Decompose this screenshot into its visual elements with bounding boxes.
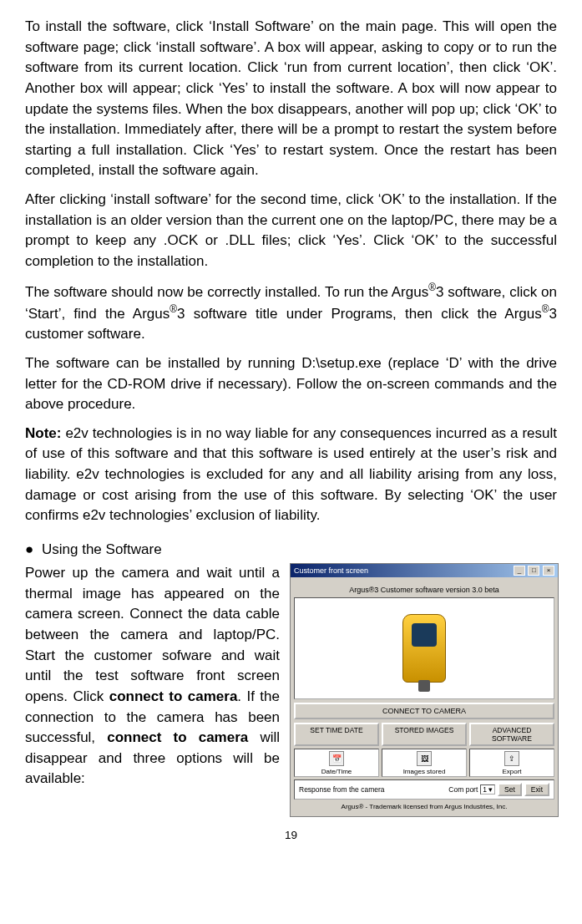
date-time-cell: 📅 Date/Time — [294, 749, 379, 777]
chevron-down-icon: ▾ — [488, 785, 493, 794]
comport-select[interactable]: 1▾ — [480, 784, 495, 795]
maximize-icon[interactable]: □ — [528, 566, 539, 576]
note-label: Note: — [25, 425, 61, 441]
app-title: Argus®3 Customer software version 3.0 be… — [294, 581, 554, 597]
trademark-line: Argus® - Trademark licensed from Argus I… — [294, 801, 554, 813]
window-titlebar: Customer front screen _ □ × — [291, 564, 558, 577]
embedded-screenshot: Customer front screen _ □ × Argus®3 Cust… — [290, 563, 559, 817]
stored-images-button[interactable]: STORED IMAGES — [382, 723, 467, 746]
paragraph-install-4: The software can be installed by running… — [25, 353, 557, 415]
paragraph-install-3: The software should now be correctly ins… — [25, 281, 557, 345]
images-stored-cell: 🖼 Images stored — [382, 749, 467, 777]
calendar-icon: 📅 — [329, 751, 344, 766]
page-number: 19 — [25, 829, 557, 841]
comport-label: Com port — [448, 785, 478, 794]
section-heading-using-software: ●Using the Software — [25, 541, 557, 558]
window-controls: _ □ × — [513, 566, 554, 576]
paragraph-using-software: Power up the camera and wait until a the… — [25, 563, 280, 789]
bullet-icon: ● — [25, 541, 42, 558]
image-icon: 🖼 — [417, 751, 432, 766]
set-button[interactable]: Set — [498, 783, 522, 796]
close-icon[interactable]: × — [543, 566, 554, 576]
registered-mark: ® — [542, 303, 549, 315]
exit-button[interactable]: Exit — [524, 783, 549, 796]
set-time-date-button[interactable]: SET TIME DATE — [294, 723, 379, 746]
registered-mark: ® — [170, 303, 177, 315]
response-label: Response from the camera — [299, 785, 385, 794]
minimize-icon[interactable]: _ — [514, 566, 525, 576]
status-panel: Response from the camera Com port 1▾ Set… — [294, 779, 554, 800]
window-title: Customer front screen — [294, 566, 368, 575]
export-icon: ⇪ — [504, 751, 519, 766]
camera-icon — [402, 614, 446, 683]
registered-mark: ® — [428, 282, 436, 293]
camera-preview-area — [294, 597, 554, 699]
paragraph-note: Note: e2v technologies is in no way liab… — [25, 424, 557, 526]
connect-to-camera-button[interactable]: CONNECT TO CAMERA — [294, 703, 554, 719]
paragraph-install-2: After clicking ‘install software’ for th… — [25, 190, 557, 272]
export-cell: ⇪ Export — [469, 749, 554, 777]
advanced-software-button[interactable]: ADVANCED SOFTWARE — [469, 723, 554, 746]
paragraph-install-1: To install the software, click ‘Install … — [25, 17, 557, 181]
document-page: To install the software, click ‘Install … — [0, 0, 582, 850]
